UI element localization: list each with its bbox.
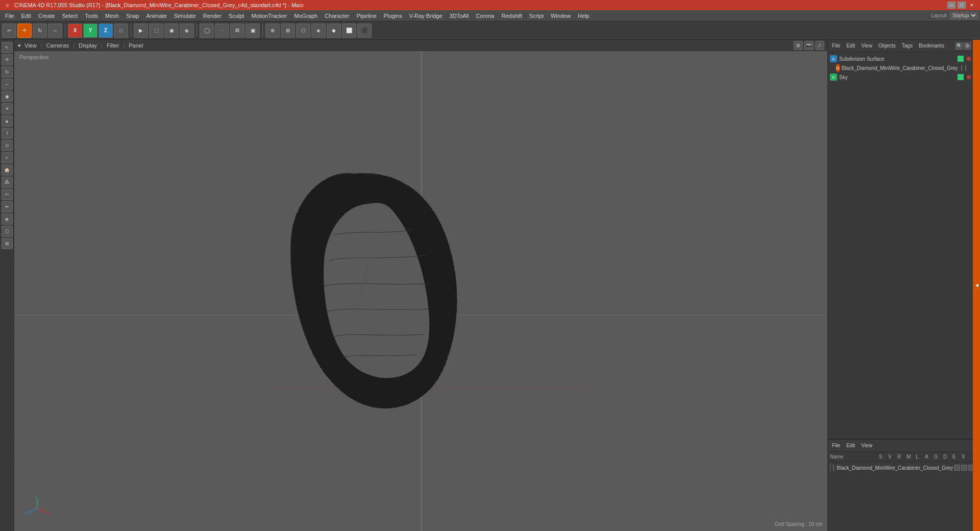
toolbar-workplane[interactable]: ⬡ — [296, 23, 310, 38]
menu-sculpt[interactable]: Sculpt — [226, 12, 248, 20]
left-btn-particle[interactable]: ⁂ — [2, 177, 13, 188]
vp-nav-cameras[interactable]: Cameras — [46, 42, 69, 49]
om-menu-bookmarks[interactable]: Bookmarks — [917, 42, 946, 50]
toolbar-axis-z[interactable]: Z — [99, 23, 113, 38]
menu-help[interactable]: Help — [575, 12, 593, 20]
left-btn-move[interactable]: ✛ — [2, 54, 13, 65]
toolbar-scale[interactable]: ↔ — [48, 23, 62, 38]
toolbar-render-region[interactable]: ⬚ — [149, 23, 163, 38]
toolbar-undo[interactable]: ↩ — [2, 23, 16, 38]
om-menu-tags[interactable]: Tags — [900, 42, 915, 50]
menu-vraybridge[interactable]: V-Ray Bridge — [406, 12, 446, 20]
mat-row-carabiner[interactable]: Black_Diamond_MiniWire_Carabiner_Closed_… — [828, 463, 973, 472]
left-btn-rotate[interactable]: ↻ — [2, 66, 13, 78]
obj-carabiner[interactable]: M Black_Diamond_MiniWire_Carabiner_Close… — [828, 63, 973, 73]
om-menu-view[interactable]: View — [859, 42, 874, 50]
toolbar-object-mode[interactable]: ◯ — [200, 23, 214, 38]
left-btn-sketch[interactable]: ✏ — [2, 201, 13, 212]
menu-3dtoall[interactable]: 3DToAll — [447, 12, 472, 20]
mat-col-x: X — [962, 454, 971, 460]
left-btn-polygon[interactable]: ▲ — [2, 115, 13, 127]
left-btn-hair[interactable]: 〜 — [2, 189, 13, 200]
maximize-button[interactable]: □ — [958, 2, 966, 9]
menu-render[interactable]: Render — [200, 12, 225, 20]
toolbar-snap[interactable]: ⊕ — [265, 23, 280, 38]
menu-create[interactable]: Create — [35, 12, 58, 20]
mat-mgr-menu-edit[interactable]: Edit — [844, 442, 857, 449]
layout-dropdown[interactable]: Startup — [950, 12, 978, 19]
menu-edit[interactable]: Edit — [18, 12, 34, 20]
toolbar-move[interactable]: ✛ — [17, 23, 32, 38]
vp-nav-panel[interactable]: Panel — [129, 42, 143, 49]
menu-character[interactable]: Character — [322, 12, 352, 20]
menu-plugins[interactable]: Plugins — [381, 12, 405, 20]
side-panel-indicator[interactable]: ▶ — [973, 40, 980, 531]
toolbar-render-all[interactable]: ◉ — [164, 23, 179, 38]
close-button[interactable]: ✕ — [968, 2, 976, 9]
left-btn-spline[interactable]: ⌇ — [2, 128, 13, 139]
left-btn-deform[interactable]: ≈ — [2, 152, 13, 163]
vp-icon-maximize[interactable]: ⤢ — [815, 41, 824, 50]
toolbar-axis-y[interactable]: Y — [83, 23, 97, 38]
menu-pipeline[interactable]: Pipeline — [353, 12, 379, 20]
toolbar-poly-mode[interactable]: ▣ — [246, 23, 260, 38]
left-btn-select[interactable]: ↖ — [2, 42, 13, 53]
menu-tools[interactable]: Tools — [82, 12, 101, 20]
toolbar-shading[interactable]: ◈ — [311, 23, 326, 38]
obj-subdivision-surface[interactable]: S Subdivision Surface — [828, 54, 973, 63]
vp-nav-back[interactable]: ◂ — [17, 42, 20, 49]
toolbar-render-view[interactable]: ▶ — [134, 23, 148, 38]
menu-select[interactable]: Select — [59, 12, 81, 20]
obj-check-3[interactable] — [958, 74, 964, 80]
left-btn-scale[interactable]: ↔ — [2, 79, 13, 90]
toolbar-axis-x[interactable]: X — [68, 23, 82, 38]
toolbar-point-mode[interactable]: · — [215, 23, 229, 38]
toolbar-axis-all[interactable]: □ — [114, 23, 128, 38]
menu-motiontracker[interactable]: MotionTracker — [248, 12, 290, 20]
vp-icon-fit[interactable]: ⊞ — [794, 41, 803, 50]
menu-redshift[interactable]: Redshift — [498, 12, 525, 20]
toolbar-edge-mode[interactable]: ⌘ — [230, 23, 244, 38]
mat-mgr-menu-file[interactable]: File — [830, 442, 842, 449]
left-btn-nurbs[interactable]: ⊙ — [2, 140, 13, 151]
menu-corona[interactable]: Corona — [473, 12, 497, 20]
left-btn-scene[interactable]: 🏠 — [2, 164, 13, 176]
viewport[interactable]: Perspective — [14, 51, 827, 531]
vp-nav-view[interactable]: View — [24, 42, 37, 49]
menu-mesh[interactable]: Mesh — [102, 12, 122, 20]
mat-mgr-menu-view[interactable]: View — [859, 442, 874, 449]
menu-snap[interactable]: Snap — [123, 12, 142, 20]
vp-nav-display[interactable]: Display — [79, 42, 97, 49]
obj-sky[interactable]: K Sky — [828, 73, 973, 82]
toolbar-display2[interactable]: ⬛ — [357, 23, 372, 38]
menu-script[interactable]: Script — [526, 12, 547, 20]
menu-mograph[interactable]: MoGraph — [291, 12, 321, 20]
menu-animate[interactable]: Animate — [143, 12, 170, 20]
left-btn-material[interactable]: ⬡ — [2, 226, 13, 237]
minimize-button[interactable]: ─ — [947, 2, 955, 9]
menu-window[interactable]: Window — [548, 12, 574, 20]
om-search-area: 🔍 ⚙ — [955, 42, 971, 50]
om-search-icon[interactable]: 🔍 — [955, 42, 963, 50]
menu-file[interactable]: File — [2, 12, 17, 20]
om-menu-file[interactable]: File — [830, 42, 842, 50]
left-btn-light[interactable]: ☀ — [2, 103, 13, 114]
vp-nav-filter[interactable]: Filter — [107, 42, 119, 49]
obj-name-subdivision: Subdivision Surface — [839, 56, 955, 62]
toolbar-mat-override[interactable]: ◆ — [327, 23, 341, 38]
toolbar-ipr[interactable]: ◈ — [180, 23, 194, 38]
toolbar-rotate[interactable]: ↻ — [33, 23, 47, 38]
left-btn-render[interactable]: ◈ — [2, 213, 13, 225]
toolbar-grid[interactable]: ⊞ — [281, 23, 295, 38]
om-menu-edit[interactable]: Edit — [844, 42, 857, 50]
viewport-nav-icons: ⊞ 📷 ⤢ — [794, 41, 824, 50]
vp-icon-camera[interactable]: 📷 — [804, 41, 814, 50]
om-settings-icon[interactable]: ⚙ — [964, 42, 971, 50]
om-menu-objects[interactable]: Objects — [876, 42, 898, 50]
toolbar-display[interactable]: ⬜ — [342, 23, 356, 38]
menu-simulate[interactable]: Simulate — [171, 12, 199, 20]
obj-check-1[interactable] — [958, 56, 964, 62]
left-toolbar: ↖ ✛ ↻ ↔ ◉ ☀ ▲ ⌇ ⊙ ≈ 🏠 ⁂ 〜 ✏ ◈ ⬡ ⊞ — [0, 40, 14, 531]
left-btn-camera[interactable]: ◉ — [2, 91, 13, 102]
left-btn-xpresso[interactable]: ⊞ — [2, 238, 13, 249]
